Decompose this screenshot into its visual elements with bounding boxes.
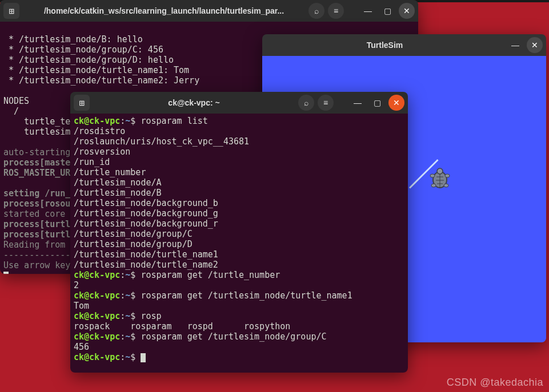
turtle-sprite — [427, 165, 453, 192]
output-line: /rosversion — [74, 147, 130, 157]
close-button[interactable]: ✕ — [527, 37, 543, 53]
watermark-text: CSDN @takedachia — [447, 377, 543, 389]
minimize-button[interactable]: — — [507, 37, 523, 53]
output-line: /turtlesim_node/background_r — [74, 219, 218, 229]
svg-point-2 — [430, 174, 435, 177]
cursor — [141, 353, 146, 362]
prompt-user: ck@ck-vpc — [74, 332, 120, 342]
prompt-path: ~ — [125, 352, 130, 362]
output-line: Use arrow keys — [3, 260, 75, 270]
prompt-end: $ — [130, 352, 141, 362]
command-text: rosparam get /turtlesim_node/group/C — [141, 332, 326, 342]
prompt-path: ~ — [125, 332, 130, 342]
output-line: /turtlesim_node/group/C — [74, 229, 193, 239]
prompt-path: ~ — [125, 116, 130, 126]
prompt-end: $ — [130, 270, 141, 280]
prompt-user: ck@ck-vpc — [74, 311, 120, 321]
terminal-window-main: ⊞ ck@ck-vpc: ~ ⌕ ≡ — ▢ ✕ ck@ck-vpc:~$ ro… — [70, 92, 408, 373]
output-line: ROS_MASTER_URI — [3, 168, 75, 178]
output-line: process[turtle — [3, 229, 75, 240]
maximize-button[interactable]: ▢ — [369, 95, 385, 111]
output-line: /turtlesim_node/group/D — [74, 239, 193, 249]
output-line: /turtlesim_node/B — [74, 188, 162, 198]
menu-button[interactable]: ≡ — [318, 95, 334, 111]
minimize-icon: — — [354, 98, 362, 107]
output-line: * /turtlesim_node/group/D: hello — [3, 55, 174, 65]
output-line: process[turtle — [3, 219, 75, 229]
search-icon: ⌕ — [304, 98, 308, 107]
prompt-sep: : — [120, 270, 125, 280]
minimize-icon: — — [364, 6, 372, 15]
newtab-button[interactable]: ⊞ — [74, 95, 90, 111]
window-title: /home/ck/catkin_ws/src/learning_launch/l… — [23, 6, 305, 15]
output-line: / — [3, 106, 19, 116]
close-button[interactable]: ✕ — [399, 3, 415, 19]
output-line: * /turtlesim_node/turtle_name1: Tom — [3, 65, 189, 75]
output-line: 456 — [74, 342, 89, 352]
output-line: /rosdistro — [74, 126, 125, 136]
output-line: /turtlesim_node/turtle_name2 — [74, 260, 218, 270]
prompt-end: $ — [130, 332, 141, 342]
command-text: rosparam get /turtle_number — [141, 270, 280, 280]
prompt-path: ~ — [125, 290, 130, 301]
prompt-path: ~ — [125, 270, 130, 280]
output-line: process[rosout — [3, 199, 75, 209]
output-line: * /turtlesim_node/B: hello — [3, 34, 143, 45]
prompt-end: $ — [130, 290, 141, 301]
window-title: ck@ck-vpc: ~ — [93, 98, 295, 107]
prompt-sep: : — [120, 332, 125, 342]
command-text: rosparam list — [141, 116, 207, 126]
output-line: NODES — [3, 96, 29, 106]
titlebar[interactable]: ⊞ ck@ck-vpc: ~ ⌕ ≡ — ▢ ✕ — [70, 92, 408, 114]
prompt-user: ck@ck-vpc — [74, 270, 120, 280]
prompt-user: ck@ck-vpc — [74, 290, 120, 301]
prompt-sep: : — [120, 352, 125, 362]
output-line: * /turtlesim_node/group/C: 456 — [3, 45, 163, 55]
output-line: /turtlesim_node/A — [74, 177, 162, 188]
search-icon: ⌕ — [314, 6, 319, 15]
titlebar[interactable]: TurtleSim — ✕ — [262, 34, 546, 56]
output-line: turtle_tel — [3, 116, 75, 127]
window-title: TurtleSim — [266, 41, 504, 50]
maximize-icon: ▢ — [384, 6, 391, 15]
output-line: /turtle_number — [74, 167, 146, 177]
cursor — [3, 272, 9, 274]
output-line: rospack rosparam rospd rospython — [74, 321, 300, 332]
menu-button[interactable]: ≡ — [328, 3, 344, 19]
svg-point-3 — [445, 174, 450, 177]
search-button[interactable]: ⌕ — [298, 95, 314, 111]
prompt-user: ck@ck-vpc — [74, 352, 120, 362]
prompt-sep: : — [120, 311, 125, 321]
output-line: Reading from k — [3, 240, 75, 250]
search-button[interactable]: ⌕ — [308, 3, 324, 19]
maximize-button[interactable]: ▢ — [379, 3, 395, 19]
prompt-end: $ — [130, 116, 141, 126]
menu-icon: ≡ — [323, 98, 328, 107]
minimize-button[interactable]: — — [360, 3, 376, 19]
output-line: * /turtlesim_node/turtle_name2: Jerry — [3, 75, 199, 86]
close-icon: ✕ — [403, 6, 410, 15]
prompt-user: ck@ck-vpc — [74, 116, 120, 126]
prompt-sep: : — [120, 116, 125, 126]
svg-point-4 — [431, 184, 436, 187]
output-line: /turtlesim_node/turtle_name1 — [74, 249, 218, 260]
command-text: rosp — [141, 311, 161, 321]
minimize-button[interactable]: — — [350, 95, 366, 111]
output-line: started core s — [3, 209, 75, 219]
titlebar[interactable]: ⊞ /home/ck/catkin_ws/src/learning_launch… — [0, 0, 418, 22]
newtab-button[interactable]: ⊞ — [3, 3, 19, 19]
output-line: /run_id — [74, 157, 110, 167]
prompt-path: ~ — [125, 311, 130, 321]
output-line: Tom — [74, 301, 89, 311]
output-line: auto-starting — [3, 147, 75, 157]
close-icon: ✕ — [393, 98, 400, 107]
output-line: 2 — [74, 280, 79, 290]
close-button[interactable]: ✕ — [388, 95, 404, 111]
terminal-output[interactable]: ck@ck-vpc:~$ rosparam list /rosdistro /r… — [70, 114, 408, 373]
output-line: process[master — [3, 157, 75, 168]
newtab-icon: ⊞ — [79, 98, 85, 108]
turtle-icon — [427, 165, 453, 192]
prompt-sep: : — [120, 290, 125, 301]
menu-icon: ≡ — [334, 6, 338, 15]
maximize-icon: ▢ — [374, 98, 381, 107]
